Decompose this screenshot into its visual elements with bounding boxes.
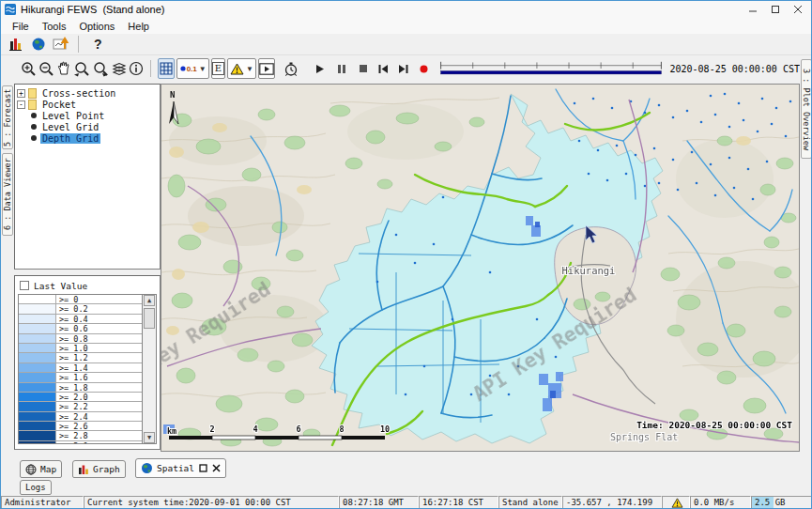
menu-bar: File Tools Options Help — [1, 18, 811, 34]
legend-scrollbar[interactable]: ▲ ▼ — [142, 295, 156, 443]
pan-button[interactable] — [56, 58, 71, 79]
tab-map[interactable]: Map — [20, 460, 62, 478]
tree-node-level-point[interactable]: Level Point — [17, 110, 158, 121]
legend-label: >= 3.0 — [56, 441, 88, 444]
legend-row[interactable]: >= 0.6 — [19, 324, 142, 333]
menu-tools[interactable]: Tools — [36, 20, 73, 33]
go-last-button[interactable] — [397, 58, 410, 79]
animation-timer-button[interactable] — [283, 58, 299, 79]
zoom-out-button[interactable] — [38, 58, 54, 79]
legend-row[interactable]: >= 0.2 — [19, 304, 142, 314]
close-icon — [212, 464, 221, 472]
spatial-display-icon — [31, 37, 46, 52]
window-title: Hikurangi FEWS (Stand alone) — [21, 4, 164, 15]
status-coordinates: -35.657 , 174.199 — [562, 496, 662, 509]
maximize-button[interactable] — [764, 1, 787, 18]
logs-label: Logs — [25, 483, 46, 492]
menu-file[interactable]: File — [6, 20, 36, 33]
tab-spatial[interactable]: Spatial — [135, 458, 226, 478]
legend-row[interactable]: >= 2.4 — [19, 412, 142, 422]
scroll-up-icon[interactable]: ▲ — [144, 295, 155, 306]
expand-icon[interactable]: + — [17, 89, 25, 98]
close-pane-button[interactable] — [212, 464, 221, 472]
tab-forecast[interactable]: 5 : Forecast — [2, 85, 13, 149]
locality-label: Springs Flat — [610, 432, 678, 442]
legend-row[interactable]: >= 0 — [19, 295, 142, 304]
grid-toggle-button[interactable] — [158, 58, 175, 79]
zoom-next-button[interactable] — [92, 58, 109, 79]
zoom-in-button[interactable] — [21, 58, 37, 79]
tree-node-level-grid[interactable]: Level Grid — [17, 121, 158, 132]
tree-node-cross-section[interactable]: + Cross-section — [17, 87, 158, 99]
legend-row[interactable]: >= 2.0 — [19, 393, 142, 402]
pause-button[interactable] — [334, 58, 347, 79]
legend-row[interactable]: >= 0.8 — [19, 334, 142, 344]
tab-graph[interactable]: Graph — [72, 460, 126, 478]
logs-button[interactable]: Logs — [20, 480, 52, 495]
minimize-button[interactable] — [742, 1, 764, 18]
movie-export-button[interactable] — [258, 58, 275, 79]
legend-row[interactable]: >= 2.2 — [19, 402, 142, 411]
right-tab-strip: 3 : Plot Overview — [800, 55, 812, 457]
reports-button[interactable] — [6, 34, 26, 54]
globe-wireframe-icon — [25, 464, 37, 475]
movie-icon — [259, 63, 274, 75]
legend-swatch — [19, 295, 56, 303]
legend-swatch — [19, 334, 56, 343]
chevron-down-icon: ▼ — [246, 65, 253, 73]
last-value-checkbox[interactable] — [20, 281, 29, 290]
legend-row[interactable]: >= 1.8 — [19, 383, 142, 393]
record-icon — [419, 64, 429, 74]
layers-icon — [111, 61, 127, 76]
tree-node-depth-grid[interactable]: Depth Grid — [17, 132, 158, 144]
help-button[interactable]: ? — [94, 37, 102, 52]
stop-button[interactable] — [357, 58, 370, 79]
scroll-thumb[interactable] — [144, 308, 155, 329]
time-slider-range-bar[interactable] — [441, 71, 662, 74]
tab-plot-overview[interactable]: 3 : Plot Overview — [801, 59, 812, 159]
legend-row[interactable]: >= 2.6 — [19, 422, 142, 431]
tree-node-label: Pocket — [40, 100, 78, 110]
last-value-row[interactable]: Last Value — [18, 279, 157, 292]
pause-icon — [337, 64, 346, 74]
map-canvas[interactable]: API Key Required API Key Required Hikura… — [161, 85, 799, 451]
go-first-button[interactable] — [376, 58, 390, 79]
bar-chart-icon — [78, 464, 89, 475]
tab-data-viewer[interactable]: 6 : Data Viewer — [2, 153, 13, 236]
timeseries-dialog-button[interactable] — [51, 34, 71, 54]
restore-pane-button[interactable] — [199, 464, 207, 472]
menu-help[interactable]: Help — [121, 20, 156, 33]
collapse-icon[interactable]: - — [17, 100, 25, 109]
warning-dropdown[interactable]: ▼ — [227, 58, 256, 79]
legend-row[interactable]: >= 3.0 — [19, 441, 142, 444]
folder-icon — [28, 100, 37, 110]
legend-swatch — [19, 402, 56, 410]
node-bullet-icon — [31, 113, 37, 118]
title-bar[interactable]: Hikurangi FEWS (Stand alone) — [1, 1, 811, 18]
play-button[interactable] — [313, 58, 326, 79]
class-interval-dropdown[interactable]: 0.1 ▼ — [176, 58, 209, 79]
scroll-down-icon[interactable]: ▼ — [144, 432, 155, 443]
record-button[interactable] — [417, 58, 430, 79]
status-warning-cell[interactable] — [662, 496, 690, 509]
legend-row[interactable]: >= 1.0 — [19, 344, 142, 353]
legend-row[interactable]: >= 1.2 — [19, 353, 142, 362]
time-slider[interactable] — [438, 56, 664, 81]
info-button[interactable] — [129, 58, 144, 79]
status-mode: Stand alone — [498, 496, 562, 509]
legend-row[interactable]: >= 1.6 — [19, 373, 142, 382]
legend-row[interactable]: >= 2.8 — [19, 431, 142, 440]
legend-label: >= 0.2 — [56, 304, 88, 313]
spatial-display-button[interactable] — [28, 34, 49, 54]
zoom-previous-button[interactable] — [73, 58, 90, 79]
tree-node-pocket[interactable]: - Pocket — [17, 99, 158, 110]
legend-label: >= 0.4 — [56, 315, 88, 323]
legend-row[interactable]: >= 1.4 — [19, 363, 142, 373]
map-viewport[interactable]: API Key Required API Key Required Hikura… — [161, 84, 800, 452]
menu-options[interactable]: Options — [72, 20, 121, 33]
isoline-label-button[interactable]: E — [211, 58, 225, 79]
layers-button[interactable] — [111, 58, 127, 79]
legend-row[interactable]: >= 0.4 — [19, 315, 142, 324]
close-button[interactable] — [787, 1, 809, 18]
map-time-label: Time: 2020-08-25 00:00:00 CST — [636, 420, 792, 430]
